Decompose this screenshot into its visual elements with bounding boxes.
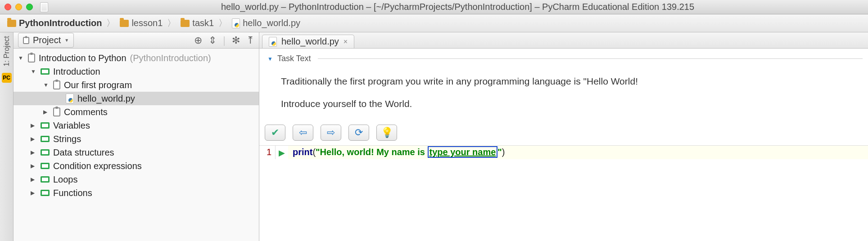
tree-node[interactable]: hello_world.py xyxy=(14,92,259,105)
window-titlebar: hello_world.py – PythonIntroduction – [~… xyxy=(0,0,868,14)
editor-tab[interactable]: hello_world.py × xyxy=(262,35,354,48)
window-title: hello_world.py – PythonIntroduction – [~… xyxy=(52,2,863,12)
lesson-icon xyxy=(41,190,50,196)
breadcrumb-label: hello_world.py xyxy=(243,18,300,28)
disclosure-icon[interactable]: ▼ xyxy=(18,55,24,61)
tool-label: 1: Project xyxy=(3,36,11,67)
chevron-right-icon: 〉 xyxy=(218,17,227,29)
project-tool-button[interactable]: 1: Project xyxy=(3,36,11,67)
disclosure-icon[interactable]: ▶ xyxy=(31,163,37,169)
project-view-selector[interactable]: Project ▼ xyxy=(18,33,74,48)
tree-label: Functions xyxy=(53,188,92,198)
divider xyxy=(318,58,863,59)
tree-node[interactable]: ▶Data structures xyxy=(14,146,259,159)
editor-tabstrip: hello_world.py × xyxy=(259,32,868,49)
project-toolbar: ⊕ ⇕ | ✻ ⤒ xyxy=(194,35,254,46)
task-title: Task Text xyxy=(277,54,311,63)
minimize-icon[interactable] xyxy=(15,4,22,10)
lesson-icon xyxy=(41,149,50,156)
code-string: "Hello, world! My name is xyxy=(316,147,427,157)
tree-root[interactable]: ▼ Introduction to Python (PythonIntroduc… xyxy=(14,51,259,65)
tool-window-bar: 1: Project PC xyxy=(0,32,14,241)
file-icon xyxy=(40,2,48,12)
refresh-task-button[interactable]: ⟳ xyxy=(348,125,369,141)
python-file-icon xyxy=(66,94,74,103)
chevron-down-icon: ▼ xyxy=(267,56,273,62)
code-keyword: print xyxy=(293,147,312,157)
tree-node[interactable]: ▶Condition expressions xyxy=(14,159,259,173)
collapse-all-icon[interactable]: ⇕ xyxy=(208,35,217,46)
breadcrumb-item-task[interactable]: task1 xyxy=(179,17,216,29)
folder-icon xyxy=(120,20,129,27)
zoom-icon[interactable] xyxy=(26,4,33,10)
tree-label: Strings xyxy=(53,134,81,144)
task-icon xyxy=(53,107,60,116)
breadcrumb-item-file[interactable]: hello_world.py xyxy=(230,17,302,29)
project-tree[interactable]: ▼ Introduction to Python (PythonIntroduc… xyxy=(14,49,259,241)
disclosure-icon[interactable]: ▶ xyxy=(31,176,37,183)
disclosure-icon[interactable]: ▼ xyxy=(31,68,37,75)
code-placeholder[interactable]: type your name xyxy=(428,146,498,158)
separator: | xyxy=(223,35,226,46)
run-icon[interactable]: ▶ xyxy=(279,147,285,159)
tree-label: Data structures xyxy=(53,147,114,158)
tree-label: Loops xyxy=(53,174,78,185)
tree-label: Introduction to Python xyxy=(39,53,127,63)
next-task-button[interactable]: ⇨ xyxy=(321,125,341,141)
close-icon[interactable] xyxy=(5,4,11,10)
scroll-to-source-icon[interactable]: ⊕ xyxy=(194,35,202,46)
editor-area: hello_world.py × ▼ Task Text Traditional… xyxy=(259,32,868,241)
hint-button[interactable]: 💡 xyxy=(376,125,397,141)
close-tab-icon[interactable]: × xyxy=(344,38,348,46)
python-file-icon xyxy=(269,37,277,47)
folder-icon xyxy=(7,20,16,27)
lesson-icon xyxy=(41,163,50,169)
folder-icon xyxy=(181,20,190,27)
task-icon xyxy=(53,80,60,89)
tree-label: Comments xyxy=(64,107,108,117)
breadcrumb-item-project[interactable]: PythonIntroduction xyxy=(5,17,104,29)
code-line[interactable]: print("Hello, world! My name is type you… xyxy=(288,146,868,159)
task-toolbar: ✔ ⇦ ⇨ ⟳ 💡 xyxy=(259,122,868,145)
tree-label: Condition expressions xyxy=(53,161,142,171)
tree-label: Introduction xyxy=(53,67,100,77)
disclosure-icon[interactable]: ▶ xyxy=(43,109,50,115)
breadcrumb-item-lesson[interactable]: lesson1 xyxy=(118,17,164,29)
tree-node[interactable]: ▶Loops xyxy=(14,173,259,186)
tree-node[interactable]: ▶Strings xyxy=(14,132,259,146)
tree-label: hello_world.py xyxy=(77,94,135,104)
disclosure-icon[interactable]: ▶ xyxy=(31,190,37,196)
chevron-down-icon: ▼ xyxy=(64,38,69,43)
disclosure-icon[interactable]: ▶ xyxy=(31,149,37,156)
tree-node[interactable]: ▼Our first program xyxy=(14,78,259,92)
gutter-line-number: 1 xyxy=(259,146,276,159)
disclosure-icon[interactable]: ▶ xyxy=(31,136,37,142)
code-editor[interactable]: 1 ▶ print("Hello, world! My name is type… xyxy=(259,145,868,159)
lesson-icon xyxy=(41,136,50,142)
code-string: " xyxy=(497,147,502,157)
disclosure-icon[interactable]: ▶ xyxy=(31,122,37,129)
prev-task-button[interactable]: ⇦ xyxy=(293,125,313,141)
task-panel: ▼ Task Text Traditionally the first prog… xyxy=(259,49,868,122)
tab-label: hello_world.py xyxy=(281,36,339,47)
disclosure-icon[interactable]: ▼ xyxy=(43,82,50,88)
lesson-icon xyxy=(41,122,50,129)
breadcrumb: PythonIntroduction 〉 lesson1 〉 task1 〉 h… xyxy=(0,14,868,32)
lesson-icon xyxy=(41,68,50,75)
tree-node[interactable]: ▶Variables xyxy=(14,119,259,132)
hide-icon[interactable]: ⤒ xyxy=(246,35,254,46)
breadcrumb-label: lesson1 xyxy=(131,18,163,28)
course-icon xyxy=(28,54,35,62)
tree-node[interactable]: ▶Functions xyxy=(14,186,259,200)
run-gutter[interactable]: ▶ xyxy=(276,146,288,159)
check-task-button[interactable]: ✔ xyxy=(265,125,285,141)
tree-subtitle: (PythonIntroduction) xyxy=(130,53,211,63)
code-paren: ) xyxy=(502,147,505,157)
pycharm-logo-icon[interactable]: PC xyxy=(2,73,12,83)
lesson-icon xyxy=(41,176,50,183)
tree-node[interactable]: ▶Comments xyxy=(14,105,259,119)
tree-node[interactable]: ▼Introduction xyxy=(14,65,259,78)
task-text: Traditionally the first program you writ… xyxy=(267,63,860,116)
project-panel-header: Project ▼ ⊕ ⇕ | ✻ ⤒ xyxy=(14,32,259,49)
gear-icon[interactable]: ✻ xyxy=(232,35,240,46)
